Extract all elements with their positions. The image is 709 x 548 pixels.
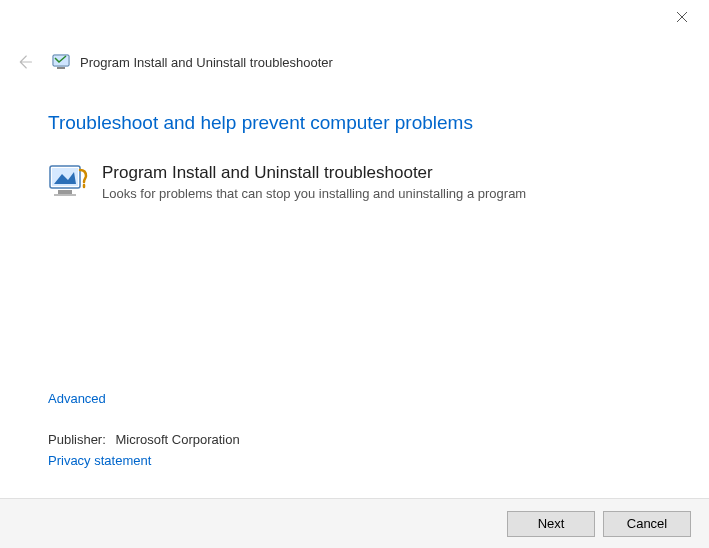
troubleshooter-description: Looks for problems that can stop you ins… <box>102 186 526 201</box>
troubleshooter-icon <box>48 164 88 200</box>
privacy-link[interactable]: Privacy statement <box>48 453 151 468</box>
advanced-link[interactable]: Advanced <box>48 391 106 406</box>
troubleshooter-block: Program Install and Uninstall troublesho… <box>48 162 661 201</box>
publisher-label: Publisher: <box>48 432 106 447</box>
back-arrow-icon <box>15 53 33 71</box>
footer-bar: Next Cancel <box>0 498 709 548</box>
content-area: Troubleshoot and help prevent computer p… <box>0 84 709 201</box>
titlebar <box>0 0 709 40</box>
back-button[interactable] <box>12 50 36 74</box>
next-button[interactable]: Next <box>507 511 595 537</box>
cancel-button[interactable]: Cancel <box>603 511 691 537</box>
main-heading: Troubleshoot and help prevent computer p… <box>48 112 661 134</box>
bottom-info: Advanced Publisher: Microsoft Corporatio… <box>48 391 240 468</box>
close-icon <box>676 11 688 23</box>
troubleshooter-header-icon <box>52 53 70 71</box>
close-button[interactable] <box>659 2 704 32</box>
svg-rect-7 <box>54 194 76 196</box>
svg-rect-2 <box>57 67 65 69</box>
publisher-name: Microsoft Corporation <box>115 432 239 447</box>
window-title: Program Install and Uninstall troublesho… <box>80 55 333 70</box>
troubleshooter-title: Program Install and Uninstall troublesho… <box>102 162 526 184</box>
svg-rect-6 <box>58 190 72 194</box>
header-row: Program Install and Uninstall troublesho… <box>0 40 709 84</box>
troubleshooter-text: Program Install and Uninstall troublesho… <box>102 162 526 201</box>
publisher-row: Publisher: Microsoft Corporation <box>48 432 240 447</box>
